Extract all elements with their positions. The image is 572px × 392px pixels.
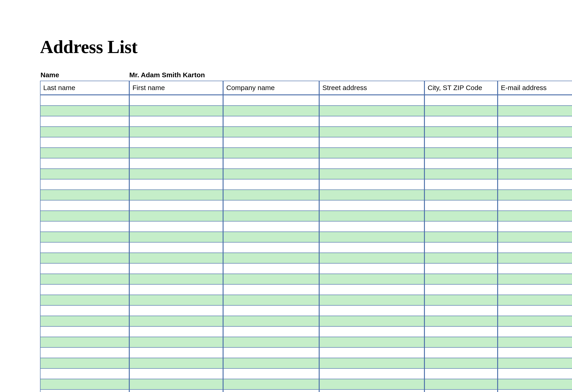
table-cell[interactable]	[424, 295, 498, 306]
table-cell[interactable]	[129, 127, 223, 137]
table-cell[interactable]	[319, 148, 424, 158]
table-cell[interactable]	[40, 116, 129, 127]
table-cell[interactable]	[424, 253, 498, 264]
table-cell[interactable]	[40, 148, 129, 158]
table-cell[interactable]	[424, 211, 498, 222]
table-cell[interactable]	[424, 222, 498, 232]
table-cell[interactable]	[319, 285, 424, 295]
table-cell[interactable]	[424, 264, 498, 274]
table-cell[interactable]	[40, 158, 129, 169]
table-cell[interactable]	[129, 274, 223, 285]
table-cell[interactable]	[319, 264, 424, 274]
table-cell[interactable]	[424, 137, 498, 148]
table-cell[interactable]	[498, 316, 572, 327]
table-cell[interactable]	[129, 232, 223, 242]
table-cell[interactable]	[40, 274, 129, 285]
table-cell[interactable]	[424, 180, 498, 190]
table-cell[interactable]	[424, 95, 498, 106]
table-cell[interactable]	[223, 211, 319, 222]
table-cell[interactable]	[498, 137, 572, 148]
table-cell[interactable]	[498, 390, 572, 392]
table-cell[interactable]	[223, 222, 319, 232]
table-cell[interactable]	[498, 264, 572, 274]
table-cell[interactable]	[319, 369, 424, 379]
table-cell[interactable]	[223, 116, 319, 127]
table-cell[interactable]	[129, 327, 223, 337]
table-cell[interactable]	[223, 190, 319, 200]
table-cell[interactable]	[319, 379, 424, 390]
table-cell[interactable]	[424, 158, 498, 169]
table-cell[interactable]	[223, 253, 319, 264]
table-cell[interactable]	[223, 274, 319, 285]
table-cell[interactable]	[498, 116, 572, 127]
table-cell[interactable]	[319, 180, 424, 190]
table-cell[interactable]	[498, 327, 572, 337]
table-cell[interactable]	[40, 285, 129, 295]
table-cell[interactable]	[129, 369, 223, 379]
table-cell[interactable]	[223, 337, 319, 348]
table-cell[interactable]	[129, 264, 223, 274]
table-cell[interactable]	[223, 327, 319, 337]
table-cell[interactable]	[498, 379, 572, 390]
table-cell[interactable]	[319, 137, 424, 148]
table-cell[interactable]	[40, 379, 129, 390]
table-cell[interactable]	[498, 127, 572, 137]
table-cell[interactable]	[424, 390, 498, 392]
table-cell[interactable]	[40, 232, 129, 242]
table-cell[interactable]	[498, 285, 572, 295]
table-cell[interactable]	[319, 327, 424, 337]
table-cell[interactable]	[424, 327, 498, 337]
table-cell[interactable]	[40, 327, 129, 337]
table-cell[interactable]	[319, 253, 424, 264]
table-cell[interactable]	[424, 337, 498, 348]
table-cell[interactable]	[424, 348, 498, 358]
table-cell[interactable]	[319, 158, 424, 169]
table-cell[interactable]	[40, 253, 129, 264]
table-cell[interactable]	[40, 306, 129, 316]
table-cell[interactable]	[223, 285, 319, 295]
table-cell[interactable]	[319, 232, 424, 242]
table-cell[interactable]	[319, 242, 424, 253]
table-cell[interactable]	[223, 158, 319, 169]
table-cell[interactable]	[498, 158, 572, 169]
table-cell[interactable]	[129, 379, 223, 390]
table-cell[interactable]	[40, 295, 129, 306]
table-cell[interactable]	[129, 348, 223, 358]
table-cell[interactable]	[424, 200, 498, 211]
table-cell[interactable]	[40, 127, 129, 137]
table-cell[interactable]	[424, 106, 498, 116]
table-cell[interactable]	[319, 358, 424, 369]
table-cell[interactable]	[319, 348, 424, 358]
table-cell[interactable]	[498, 95, 572, 106]
table-cell[interactable]	[498, 106, 572, 116]
table-cell[interactable]	[223, 148, 319, 158]
table-cell[interactable]	[319, 190, 424, 200]
table-cell[interactable]	[40, 106, 129, 116]
table-cell[interactable]	[129, 390, 223, 392]
table-cell[interactable]	[129, 200, 223, 211]
table-cell[interactable]	[40, 369, 129, 379]
table-cell[interactable]	[223, 95, 319, 106]
table-cell[interactable]	[40, 169, 129, 180]
table-cell[interactable]	[319, 200, 424, 211]
table-cell[interactable]	[498, 369, 572, 379]
table-cell[interactable]	[319, 222, 424, 232]
table-cell[interactable]	[319, 274, 424, 285]
table-cell[interactable]	[424, 127, 498, 137]
table-cell[interactable]	[424, 169, 498, 180]
table-cell[interactable]	[424, 285, 498, 295]
table-cell[interactable]	[498, 148, 572, 158]
table-cell[interactable]	[40, 348, 129, 358]
table-cell[interactable]	[319, 337, 424, 348]
table-cell[interactable]	[129, 106, 223, 116]
table-cell[interactable]	[498, 295, 572, 306]
table-cell[interactable]	[498, 211, 572, 222]
table-cell[interactable]	[223, 295, 319, 306]
table-cell[interactable]	[129, 148, 223, 158]
table-cell[interactable]	[498, 242, 572, 253]
table-cell[interactable]	[40, 95, 129, 106]
table-cell[interactable]	[40, 180, 129, 190]
table-cell[interactable]	[223, 200, 319, 211]
table-cell[interactable]	[40, 137, 129, 148]
table-cell[interactable]	[498, 169, 572, 180]
